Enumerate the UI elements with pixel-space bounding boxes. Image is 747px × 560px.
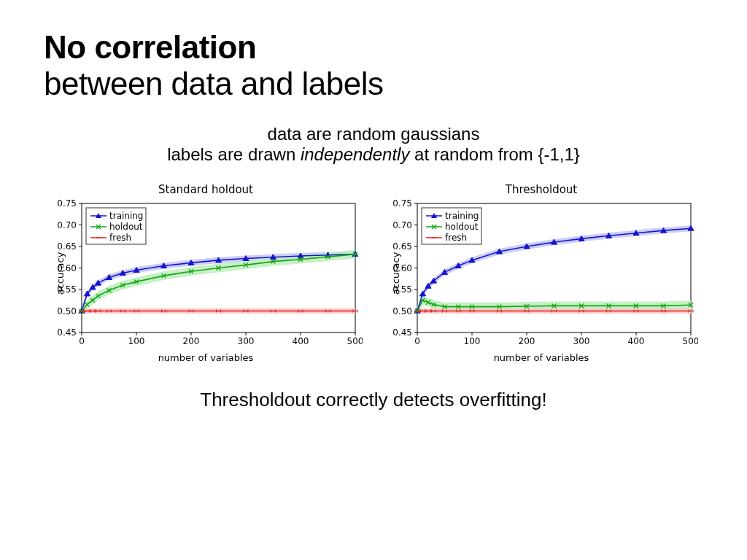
xlabel-1: number of variables bbox=[384, 352, 698, 363]
svg-text:0.50: 0.50 bbox=[57, 306, 77, 316]
chart-standard-holdout: Standard holdout accuracy 01002003004005… bbox=[49, 183, 363, 363]
title-block: No correlation between data and labels bbox=[44, 29, 703, 102]
xlabel-0: number of variables bbox=[49, 352, 363, 363]
svg-text:0.45: 0.45 bbox=[392, 327, 412, 338]
chart-title-0: Standard holdout bbox=[49, 183, 363, 196]
svg-text:0: 0 bbox=[414, 336, 420, 346]
svg-text:200: 200 bbox=[519, 336, 535, 346]
svg-text:0.70: 0.70 bbox=[392, 220, 412, 230]
svg-text:100: 100 bbox=[464, 336, 481, 346]
svg-text:0.75: 0.75 bbox=[392, 198, 412, 209]
chart-title-1: Thresholdout bbox=[384, 183, 698, 196]
ylabel-1: accuracy bbox=[390, 252, 401, 295]
svg-text:300: 300 bbox=[238, 336, 255, 346]
svg-text:holdout: holdout bbox=[445, 222, 479, 232]
svg-text:400: 400 bbox=[628, 336, 645, 346]
svg-text:training: training bbox=[109, 211, 144, 221]
svg-text:500: 500 bbox=[347, 336, 363, 346]
ylabel-0: accuracy bbox=[55, 252, 66, 295]
svg-text:0: 0 bbox=[79, 336, 85, 346]
svg-text:0.65: 0.65 bbox=[57, 241, 77, 252]
subtitle: data are random gaussians labels are dra… bbox=[44, 124, 703, 165]
charts-row: Standard holdout accuracy 01002003004005… bbox=[44, 183, 703, 363]
svg-text:500: 500 bbox=[683, 336, 698, 346]
title-bold: No correlation bbox=[44, 29, 256, 65]
subtitle-line2-post: at random from {-1,1} bbox=[409, 144, 579, 164]
svg-text:fresh: fresh bbox=[445, 233, 467, 243]
svg-text:holdout: holdout bbox=[109, 222, 143, 232]
subtitle-line2-ital: independently bbox=[301, 144, 409, 164]
conclusion-text: Thresholdout correctly detects overfitti… bbox=[44, 389, 703, 411]
svg-text:100: 100 bbox=[128, 336, 145, 346]
chart-svg-1: 01002003004005000.450.500.550.600.650.70… bbox=[384, 198, 698, 351]
svg-text:0.70: 0.70 bbox=[57, 220, 77, 230]
svg-text:0.45: 0.45 bbox=[57, 327, 77, 338]
chart-thresholdout: Thresholdout accuracy 01002003004005000.… bbox=[384, 183, 698, 363]
svg-text:fresh: fresh bbox=[109, 233, 131, 243]
svg-text:0.50: 0.50 bbox=[392, 306, 412, 316]
svg-text:200: 200 bbox=[183, 336, 200, 346]
subtitle-line2-pre: labels are drawn bbox=[167, 144, 301, 164]
subtitle-line1: data are random gaussians bbox=[44, 124, 703, 144]
svg-text:0.65: 0.65 bbox=[392, 241, 412, 252]
svg-text:300: 300 bbox=[573, 336, 590, 346]
chart-svg-0: 01002003004005000.450.500.550.600.650.70… bbox=[49, 198, 363, 351]
svg-text:training: training bbox=[445, 211, 479, 221]
svg-text:0.75: 0.75 bbox=[57, 198, 77, 209]
svg-text:400: 400 bbox=[293, 336, 309, 346]
title-line2: between data and labels bbox=[44, 66, 384, 101]
